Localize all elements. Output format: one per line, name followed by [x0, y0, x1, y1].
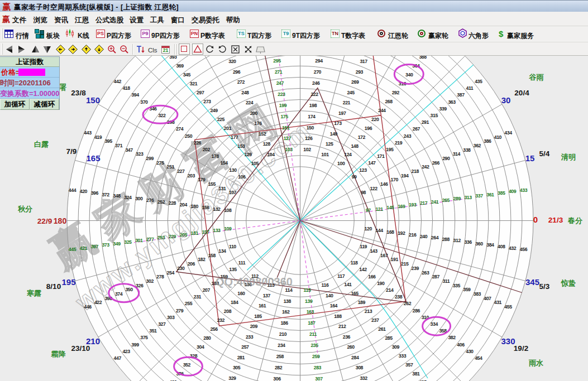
- svg-text:230: 230: [177, 266, 185, 271]
- svg-text:294: 294: [315, 58, 323, 64]
- svg-text:333: 333: [399, 353, 407, 359]
- svg-text:221: 221: [343, 100, 351, 105]
- svg-text:434: 434: [504, 130, 512, 136]
- svg-text:270: 270: [314, 69, 322, 75]
- svg-text:131: 131: [218, 186, 226, 191]
- svg-text:20/4: 20/4: [514, 89, 529, 97]
- svg-text:282: 282: [275, 365, 283, 370]
- svg-text:168: 168: [386, 229, 394, 235]
- svg-text:15: 15: [525, 153, 535, 163]
- svg-text:313: 313: [464, 195, 472, 200]
- svg-text:138: 138: [284, 298, 291, 304]
- svg-text:234: 234: [278, 343, 285, 348]
- svg-text:345: 345: [183, 72, 191, 78]
- svg-text:152: 152: [259, 131, 266, 137]
- svg-text:442: 442: [114, 79, 122, 84]
- svg-text:395: 395: [104, 138, 112, 144]
- svg-text:274: 274: [176, 126, 184, 132]
- svg-text:171: 171: [377, 153, 385, 159]
- svg-text:155: 155: [208, 181, 216, 187]
- svg-text:239: 239: [412, 266, 419, 271]
- svg-text:237: 237: [371, 317, 379, 323]
- svg-text:白露: 白露: [34, 140, 49, 148]
- svg-text:235: 235: [310, 343, 318, 348]
- svg-text:19/2: 19/2: [514, 344, 528, 353]
- svg-text:447: 447: [114, 355, 122, 361]
- svg-text:192: 192: [398, 230, 405, 236]
- svg-text:277: 277: [146, 237, 154, 242]
- svg-text:130: 130: [229, 167, 237, 173]
- svg-text:129: 129: [244, 152, 252, 157]
- svg-text:125: 125: [326, 141, 333, 147]
- svg-text:369: 369: [176, 63, 184, 69]
- svg-text:165: 165: [351, 291, 358, 296]
- svg-text:惊蛰: 惊蛰: [561, 279, 576, 287]
- svg-text:200: 200: [250, 110, 258, 116]
- svg-text:302: 302: [146, 278, 154, 284]
- svg-text:219: 219: [395, 140, 403, 146]
- svg-text:署: 署: [59, 83, 67, 91]
- svg-text:280: 280: [203, 335, 211, 341]
- svg-text:304: 304: [197, 344, 204, 350]
- svg-text:420: 420: [80, 189, 88, 194]
- svg-text:213: 213: [365, 308, 372, 314]
- svg-text:117: 117: [337, 273, 345, 279]
- svg-text:206: 206: [188, 261, 195, 267]
- svg-text:108: 108: [224, 208, 232, 213]
- svg-text:423: 423: [122, 349, 130, 354]
- svg-text:133: 133: [213, 228, 221, 233]
- svg-text:363: 363: [448, 99, 456, 105]
- svg-text:5/3: 5/3: [539, 282, 550, 291]
- svg-text:385: 385: [498, 190, 505, 196]
- svg-text:218: 218: [412, 168, 419, 174]
- svg-text:443: 443: [84, 130, 92, 136]
- svg-text:181: 181: [191, 230, 199, 236]
- svg-text:243: 243: [404, 133, 412, 139]
- svg-text:清明: 清明: [561, 153, 576, 161]
- svg-text:430: 430: [466, 349, 474, 354]
- svg-text:431: 431: [494, 300, 502, 305]
- svg-text:433: 433: [520, 187, 528, 193]
- svg-text:179: 179: [198, 177, 205, 182]
- svg-text:297: 297: [197, 90, 204, 95]
- svg-text:201: 201: [224, 126, 232, 131]
- svg-text:246: 246: [312, 80, 320, 86]
- svg-text:303: 303: [167, 315, 175, 320]
- svg-text:227: 227: [177, 168, 185, 174]
- svg-text:299: 299: [146, 156, 154, 161]
- svg-text:307: 307: [315, 376, 323, 381]
- svg-text:140: 140: [326, 293, 333, 298]
- svg-text:199: 199: [279, 103, 287, 108]
- svg-text:149: 149: [330, 131, 338, 137]
- svg-text:254: 254: [167, 270, 175, 276]
- svg-text:189: 189: [358, 300, 366, 305]
- svg-text:374: 374: [115, 291, 123, 297]
- svg-text:248: 248: [241, 90, 249, 95]
- svg-text:411: 411: [466, 85, 473, 91]
- svg-text:99: 99: [352, 174, 357, 180]
- svg-text:291: 291: [422, 119, 429, 125]
- svg-text:238: 238: [395, 294, 403, 300]
- svg-text:241: 241: [431, 199, 439, 205]
- svg-text:222: 222: [310, 91, 318, 97]
- svg-text:338: 338: [463, 147, 471, 153]
- svg-text:203: 203: [188, 173, 195, 179]
- svg-text:386: 386: [484, 138, 491, 144]
- svg-text:357: 357: [405, 362, 413, 368]
- svg-text:289: 289: [453, 196, 461, 201]
- svg-text:418: 418: [122, 85, 130, 91]
- svg-text:8/10: 8/10: [46, 282, 61, 291]
- svg-text:330: 330: [501, 336, 515, 346]
- svg-text:399: 399: [131, 342, 139, 348]
- svg-text:286: 286: [413, 308, 420, 314]
- svg-text:207: 207: [203, 287, 211, 293]
- svg-text:305: 305: [233, 365, 241, 370]
- svg-text:251: 251: [167, 164, 175, 170]
- svg-text:387: 387: [457, 92, 465, 98]
- svg-text:272: 272: [237, 79, 245, 85]
- svg-text:249: 249: [210, 108, 218, 113]
- svg-text:109: 109: [224, 226, 232, 232]
- svg-text:107: 107: [229, 190, 237, 195]
- svg-text:105: 105: [251, 161, 259, 166]
- svg-text:115: 115: [304, 287, 311, 293]
